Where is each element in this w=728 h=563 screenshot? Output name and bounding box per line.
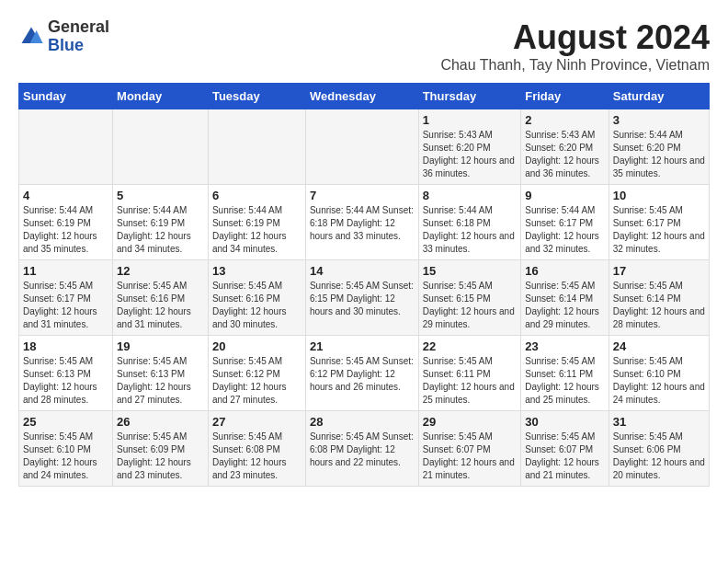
- calendar-cell: 29Sunrise: 5:45 AM Sunset: 6:07 PM Dayli…: [418, 411, 521, 487]
- calendar-cell: [19, 109, 113, 185]
- day-number: 12: [117, 264, 204, 278]
- day-number: 14: [310, 264, 415, 278]
- day-info: Sunrise: 5:44 AM Sunset: 6:17 PM Dayligh…: [525, 204, 605, 256]
- day-number: 29: [423, 415, 518, 429]
- day-number: 28: [310, 415, 415, 429]
- day-info: Sunrise: 5:45 AM Sunset: 6:14 PM Dayligh…: [613, 280, 705, 331]
- calendar-cell: 26Sunrise: 5:45 AM Sunset: 6:09 PM Dayli…: [113, 411, 209, 487]
- week-row-4: 18Sunrise: 5:45 AM Sunset: 6:13 PM Dayli…: [19, 336, 710, 411]
- calendar-cell: 21Sunrise: 5:45 AM Sunset: 6:12 PM Dayli…: [305, 336, 418, 411]
- day-info: Sunrise: 5:44 AM Sunset: 6:19 PM Dayligh…: [23, 204, 108, 256]
- day-number: 27: [212, 415, 301, 429]
- calendar-cell: 31Sunrise: 5:45 AM Sunset: 6:06 PM Dayli…: [609, 411, 709, 487]
- calendar-cell: 28Sunrise: 5:45 AM Sunset: 6:08 PM Dayli…: [305, 411, 418, 487]
- day-info: Sunrise: 5:45 AM Sunset: 6:15 PM Dayligh…: [310, 280, 415, 318]
- day-number: 11: [23, 264, 108, 278]
- calendar-cell: 10Sunrise: 5:45 AM Sunset: 6:17 PM Dayli…: [609, 185, 709, 260]
- week-row-3: 11Sunrise: 5:45 AM Sunset: 6:17 PM Dayli…: [19, 260, 710, 336]
- calendar-cell: 22Sunrise: 5:45 AM Sunset: 6:11 PM Dayli…: [418, 336, 521, 411]
- day-info: Sunrise: 5:43 AM Sunset: 6:20 PM Dayligh…: [423, 129, 518, 180]
- logo-blue-text: Blue: [48, 36, 84, 54]
- calendar-cell: 25Sunrise: 5:45 AM Sunset: 6:10 PM Dayli…: [19, 411, 113, 487]
- header-friday: Friday: [521, 84, 609, 109]
- day-info: Sunrise: 5:45 AM Sunset: 6:10 PM Dayligh…: [23, 431, 108, 482]
- calendar-cell: 4Sunrise: 5:44 AM Sunset: 6:19 PM Daylig…: [19, 185, 113, 260]
- calendar-cell: 23Sunrise: 5:45 AM Sunset: 6:11 PM Dayli…: [521, 336, 609, 411]
- calendar-cell: 14Sunrise: 5:45 AM Sunset: 6:15 PM Dayli…: [305, 260, 418, 336]
- day-info: Sunrise: 5:45 AM Sunset: 6:15 PM Dayligh…: [423, 280, 518, 331]
- day-info: Sunrise: 5:45 AM Sunset: 6:16 PM Dayligh…: [117, 280, 204, 331]
- day-info: Sunrise: 5:45 AM Sunset: 6:09 PM Dayligh…: [117, 431, 204, 482]
- day-info: Sunrise: 5:45 AM Sunset: 6:16 PM Dayligh…: [212, 280, 301, 331]
- calendar-cell: 15Sunrise: 5:45 AM Sunset: 6:15 PM Dayli…: [418, 260, 521, 336]
- calendar-body: 1Sunrise: 5:43 AM Sunset: 6:20 PM Daylig…: [19, 109, 710, 487]
- day-info: Sunrise: 5:44 AM Sunset: 6:19 PM Dayligh…: [212, 204, 301, 256]
- day-info: Sunrise: 5:44 AM Sunset: 6:18 PM Dayligh…: [310, 204, 415, 243]
- day-info: Sunrise: 5:45 AM Sunset: 6:13 PM Dayligh…: [117, 355, 204, 407]
- day-number: 10: [613, 189, 705, 202]
- header: General Blue August 2024 Chau Thanh, Tay…: [18, 18, 710, 74]
- day-number: 24: [613, 339, 705, 353]
- header-thursday: Thursday: [418, 84, 521, 109]
- title-block: August 2024 Chau Thanh, Tay Ninh Provinc…: [440, 18, 710, 74]
- calendar-cell: 1Sunrise: 5:43 AM Sunset: 6:20 PM Daylig…: [418, 109, 521, 185]
- calendar-cell: 2Sunrise: 5:43 AM Sunset: 6:20 PM Daylig…: [521, 109, 609, 185]
- day-number: 21: [310, 339, 415, 353]
- day-info: Sunrise: 5:44 AM Sunset: 6:20 PM Dayligh…: [613, 129, 705, 180]
- day-number: 3: [613, 113, 705, 127]
- header-wednesday: Wednesday: [305, 84, 418, 109]
- day-info: Sunrise: 5:45 AM Sunset: 6:12 PM Dayligh…: [212, 355, 301, 407]
- calendar-cell: 27Sunrise: 5:45 AM Sunset: 6:08 PM Dayli…: [208, 411, 305, 487]
- header-sunday: Sunday: [19, 84, 113, 109]
- calendar-cell: 6Sunrise: 5:44 AM Sunset: 6:19 PM Daylig…: [208, 185, 305, 260]
- week-row-2: 4Sunrise: 5:44 AM Sunset: 6:19 PM Daylig…: [19, 185, 710, 260]
- day-number: 23: [525, 339, 605, 353]
- day-number: 9: [525, 189, 605, 202]
- day-number: 18: [23, 339, 108, 353]
- calendar-cell: 16Sunrise: 5:45 AM Sunset: 6:14 PM Dayli…: [521, 260, 609, 336]
- day-number: 16: [525, 264, 605, 278]
- day-number: 1: [423, 113, 518, 127]
- day-info: Sunrise: 5:45 AM Sunset: 6:14 PM Dayligh…: [525, 280, 605, 331]
- header-monday: Monday: [113, 84, 209, 109]
- calendar-cell: 8Sunrise: 5:44 AM Sunset: 6:18 PM Daylig…: [418, 185, 521, 260]
- day-number: 25: [23, 415, 108, 429]
- calendar-cell: 20Sunrise: 5:45 AM Sunset: 6:12 PM Dayli…: [208, 336, 305, 411]
- day-info: Sunrise: 5:45 AM Sunset: 6:12 PM Dayligh…: [310, 355, 415, 394]
- day-info: Sunrise: 5:45 AM Sunset: 6:11 PM Dayligh…: [423, 355, 518, 407]
- day-number: 13: [212, 264, 301, 278]
- week-row-5: 25Sunrise: 5:45 AM Sunset: 6:10 PM Dayli…: [19, 411, 710, 487]
- header-saturday: Saturday: [609, 84, 709, 109]
- logo: General Blue: [18, 18, 109, 55]
- calendar-cell: [208, 109, 305, 185]
- day-info: Sunrise: 5:45 AM Sunset: 6:07 PM Dayligh…: [423, 431, 518, 482]
- day-info: Sunrise: 5:45 AM Sunset: 6:08 PM Dayligh…: [310, 431, 415, 469]
- calendar-cell: 30Sunrise: 5:45 AM Sunset: 6:07 PM Dayli…: [521, 411, 609, 487]
- day-number: 2: [525, 113, 605, 127]
- day-info: Sunrise: 5:44 AM Sunset: 6:18 PM Dayligh…: [423, 204, 518, 256]
- day-info: Sunrise: 5:43 AM Sunset: 6:20 PM Dayligh…: [525, 129, 605, 180]
- day-number: 6: [212, 189, 301, 202]
- calendar-cell: 24Sunrise: 5:45 AM Sunset: 6:10 PM Dayli…: [609, 336, 709, 411]
- day-info: Sunrise: 5:45 AM Sunset: 6:17 PM Dayligh…: [23, 280, 108, 331]
- calendar-cell: 9Sunrise: 5:44 AM Sunset: 6:17 PM Daylig…: [521, 185, 609, 260]
- header-tuesday: Tuesday: [208, 84, 305, 109]
- day-number: 15: [423, 264, 518, 278]
- subtitle: Chau Thanh, Tay Ninh Province, Vietnam: [440, 57, 710, 74]
- logo-general-text: General: [48, 17, 109, 36]
- day-info: Sunrise: 5:45 AM Sunset: 6:11 PM Dayligh…: [525, 355, 605, 407]
- calendar-cell: [305, 109, 418, 185]
- day-info: Sunrise: 5:45 AM Sunset: 6:08 PM Dayligh…: [212, 431, 301, 482]
- day-number: 30: [525, 415, 605, 429]
- day-number: 7: [310, 189, 415, 202]
- day-info: Sunrise: 5:45 AM Sunset: 6:13 PM Dayligh…: [23, 355, 108, 407]
- day-number: 17: [613, 264, 705, 278]
- main-title: August 2024: [440, 18, 710, 57]
- day-number: 26: [117, 415, 204, 429]
- calendar-cell: 17Sunrise: 5:45 AM Sunset: 6:14 PM Dayli…: [609, 260, 709, 336]
- calendar-cell: 13Sunrise: 5:45 AM Sunset: 6:16 PM Dayli…: [208, 260, 305, 336]
- calendar-cell: 7Sunrise: 5:44 AM Sunset: 6:18 PM Daylig…: [305, 185, 418, 260]
- day-info: Sunrise: 5:45 AM Sunset: 6:07 PM Dayligh…: [525, 431, 605, 482]
- day-info: Sunrise: 5:45 AM Sunset: 6:10 PM Dayligh…: [613, 355, 705, 407]
- day-info: Sunrise: 5:45 AM Sunset: 6:17 PM Dayligh…: [613, 204, 705, 256]
